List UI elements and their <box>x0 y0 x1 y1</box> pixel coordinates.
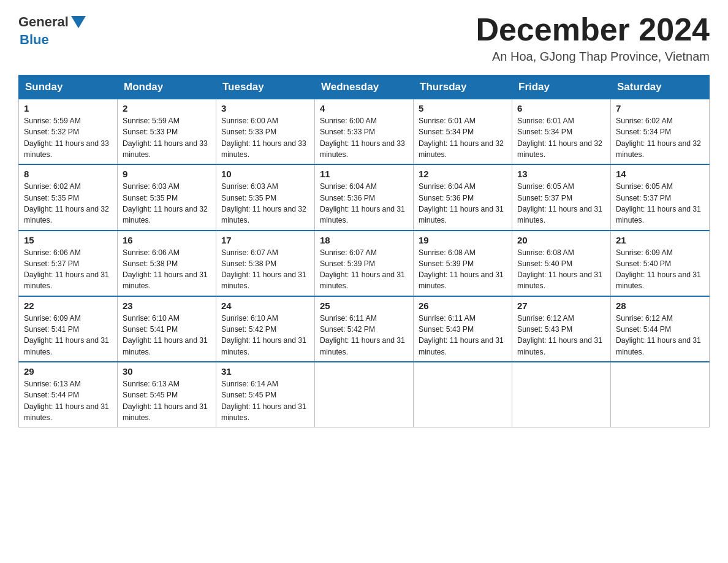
day-number: 16 <box>123 235 211 245</box>
day-info: Sunrise: 6:10 AMSunset: 5:42 PMDaylight:… <box>221 314 306 356</box>
day-info: Sunrise: 6:10 AMSunset: 5:41 PMDaylight:… <box>123 314 208 356</box>
day-number: 7 <box>616 103 704 113</box>
calendar-cell: 5 Sunrise: 6:01 AMSunset: 5:34 PMDayligh… <box>414 99 512 164</box>
title-area: December 2024 An Hoa, GJong Thap Provinc… <box>476 12 710 64</box>
calendar-cell: 9 Sunrise: 6:03 AMSunset: 5:35 PMDayligh… <box>118 164 216 230</box>
day-number: 2 <box>123 103 211 113</box>
day-info: Sunrise: 6:07 AMSunset: 5:39 PMDaylight:… <box>320 248 405 291</box>
calendar-cell: 16 Sunrise: 6:06 AMSunset: 5:38 PMDaylig… <box>118 231 216 296</box>
day-number: 1 <box>24 103 112 113</box>
day-number: 21 <box>616 235 704 245</box>
logo-general-text: General <box>18 14 69 30</box>
calendar-cell: 25 Sunrise: 6:11 AMSunset: 5:42 PMDaylig… <box>315 296 414 362</box>
day-number: 23 <box>123 301 211 311</box>
day-info: Sunrise: 6:13 AMSunset: 5:44 PMDaylight:… <box>24 380 109 422</box>
calendar-cell <box>315 362 414 427</box>
header-monday: Monday <box>118 75 216 99</box>
day-number: 19 <box>419 235 507 245</box>
day-number: 18 <box>320 235 408 245</box>
day-number: 17 <box>221 235 309 245</box>
day-info: Sunrise: 6:01 AMSunset: 5:34 PMDaylight:… <box>419 117 504 159</box>
calendar-cell: 17 Sunrise: 6:07 AMSunset: 5:38 PMDaylig… <box>216 231 315 296</box>
day-info: Sunrise: 6:02 AMSunset: 5:34 PMDaylight:… <box>616 117 701 159</box>
day-info: Sunrise: 6:02 AMSunset: 5:35 PMDaylight:… <box>24 182 109 224</box>
day-info: Sunrise: 6:11 AMSunset: 5:43 PMDaylight:… <box>419 314 504 356</box>
logo-triangle-icon <box>69 12 88 32</box>
day-info: Sunrise: 6:04 AMSunset: 5:36 PMDaylight:… <box>419 182 504 224</box>
header-wednesday: Wednesday <box>315 75 414 99</box>
day-number: 27 <box>517 301 605 311</box>
calendar-cell: 23 Sunrise: 6:10 AMSunset: 5:41 PMDaylig… <box>118 296 216 362</box>
day-number: 13 <box>517 169 605 179</box>
day-info: Sunrise: 6:00 AMSunset: 5:33 PMDaylight:… <box>320 117 405 159</box>
header-tuesday: Tuesday <box>216 75 315 99</box>
calendar-cell: 31 Sunrise: 6:14 AMSunset: 5:45 PMDaylig… <box>216 362 315 427</box>
day-number: 20 <box>517 235 605 245</box>
day-info: Sunrise: 6:06 AMSunset: 5:37 PMDaylight:… <box>24 248 109 291</box>
day-info: Sunrise: 6:11 AMSunset: 5:42 PMDaylight:… <box>320 314 405 356</box>
calendar-cell: 1 Sunrise: 5:59 AMSunset: 5:32 PMDayligh… <box>19 99 118 164</box>
day-info: Sunrise: 6:03 AMSunset: 5:35 PMDaylight:… <box>221 182 306 224</box>
day-number: 3 <box>221 103 309 113</box>
header-saturday: Saturday <box>611 75 710 99</box>
calendar-cell <box>414 362 512 427</box>
logo: General Blue <box>18 12 88 48</box>
calendar-header-row: SundayMondayTuesdayWednesdayThursdayFrid… <box>19 75 710 99</box>
day-number: 22 <box>24 301 112 311</box>
day-info: Sunrise: 5:59 AMSunset: 5:33 PMDaylight:… <box>123 117 208 159</box>
day-info: Sunrise: 6:12 AMSunset: 5:43 PMDaylight:… <box>517 314 602 356</box>
day-number: 28 <box>616 301 704 311</box>
header-sunday: Sunday <box>19 75 118 99</box>
day-number: 12 <box>419 169 507 179</box>
calendar-cell: 29 Sunrise: 6:13 AMSunset: 5:44 PMDaylig… <box>19 362 118 427</box>
day-number: 5 <box>419 103 507 113</box>
day-info: Sunrise: 6:00 AMSunset: 5:33 PMDaylight:… <box>221 117 306 159</box>
day-info: Sunrise: 6:04 AMSunset: 5:36 PMDaylight:… <box>320 182 405 224</box>
day-number: 24 <box>221 301 309 311</box>
day-info: Sunrise: 5:59 AMSunset: 5:32 PMDaylight:… <box>24 117 109 159</box>
calendar-cell: 21 Sunrise: 6:09 AMSunset: 5:40 PMDaylig… <box>611 231 710 296</box>
day-number: 15 <box>24 235 112 245</box>
calendar-cell: 14 Sunrise: 6:05 AMSunset: 5:37 PMDaylig… <box>611 164 710 230</box>
location-title: An Hoa, GJong Thap Province, Vietnam <box>476 50 710 64</box>
calendar-cell: 24 Sunrise: 6:10 AMSunset: 5:42 PMDaylig… <box>216 296 315 362</box>
header-thursday: Thursday <box>414 75 512 99</box>
day-number: 11 <box>320 169 408 179</box>
day-number: 14 <box>616 169 704 179</box>
calendar-cell: 6 Sunrise: 6:01 AMSunset: 5:34 PMDayligh… <box>512 99 611 164</box>
calendar-cell: 4 Sunrise: 6:00 AMSunset: 5:33 PMDayligh… <box>315 99 414 164</box>
calendar-cell: 15 Sunrise: 6:06 AMSunset: 5:37 PMDaylig… <box>19 231 118 296</box>
calendar-cell: 11 Sunrise: 6:04 AMSunset: 5:36 PMDaylig… <box>315 164 414 230</box>
calendar-cell: 26 Sunrise: 6:11 AMSunset: 5:43 PMDaylig… <box>414 296 512 362</box>
week-row-2: 8 Sunrise: 6:02 AMSunset: 5:35 PMDayligh… <box>19 164 710 230</box>
day-info: Sunrise: 6:08 AMSunset: 5:39 PMDaylight:… <box>419 248 504 291</box>
day-number: 10 <box>221 169 309 179</box>
svg-marker-0 <box>71 16 86 28</box>
day-number: 26 <box>419 301 507 311</box>
day-number: 8 <box>24 169 112 179</box>
calendar-cell: 3 Sunrise: 6:00 AMSunset: 5:33 PMDayligh… <box>216 99 315 164</box>
calendar-cell: 10 Sunrise: 6:03 AMSunset: 5:35 PMDaylig… <box>216 164 315 230</box>
logo-blue-text: Blue <box>20 32 49 47</box>
calendar-cell: 30 Sunrise: 6:13 AMSunset: 5:45 PMDaylig… <box>118 362 216 427</box>
page-header: General Blue December 2024 An Hoa, GJong… <box>18 12 710 64</box>
day-number: 29 <box>24 366 112 377</box>
calendar-cell <box>611 362 710 427</box>
calendar-cell: 18 Sunrise: 6:07 AMSunset: 5:39 PMDaylig… <box>315 231 414 296</box>
month-title: December 2024 <box>476 12 710 47</box>
day-info: Sunrise: 6:07 AMSunset: 5:38 PMDaylight:… <box>221 248 306 291</box>
day-number: 6 <box>517 103 605 113</box>
day-number: 31 <box>221 366 309 377</box>
day-info: Sunrise: 6:14 AMSunset: 5:45 PMDaylight:… <box>221 380 306 422</box>
day-info: Sunrise: 6:12 AMSunset: 5:44 PMDaylight:… <box>616 314 701 356</box>
day-info: Sunrise: 6:08 AMSunset: 5:40 PMDaylight:… <box>517 248 602 291</box>
calendar-cell: 22 Sunrise: 6:09 AMSunset: 5:41 PMDaylig… <box>19 296 118 362</box>
calendar-cell: 27 Sunrise: 6:12 AMSunset: 5:43 PMDaylig… <box>512 296 611 362</box>
header-friday: Friday <box>512 75 611 99</box>
day-number: 4 <box>320 103 408 113</box>
day-info: Sunrise: 6:05 AMSunset: 5:37 PMDaylight:… <box>517 182 602 224</box>
day-info: Sunrise: 6:09 AMSunset: 5:41 PMDaylight:… <box>24 314 109 356</box>
week-row-4: 22 Sunrise: 6:09 AMSunset: 5:41 PMDaylig… <box>19 296 710 362</box>
week-row-5: 29 Sunrise: 6:13 AMSunset: 5:44 PMDaylig… <box>19 362 710 427</box>
calendar-table: SundayMondayTuesdayWednesdayThursdayFrid… <box>18 75 710 427</box>
